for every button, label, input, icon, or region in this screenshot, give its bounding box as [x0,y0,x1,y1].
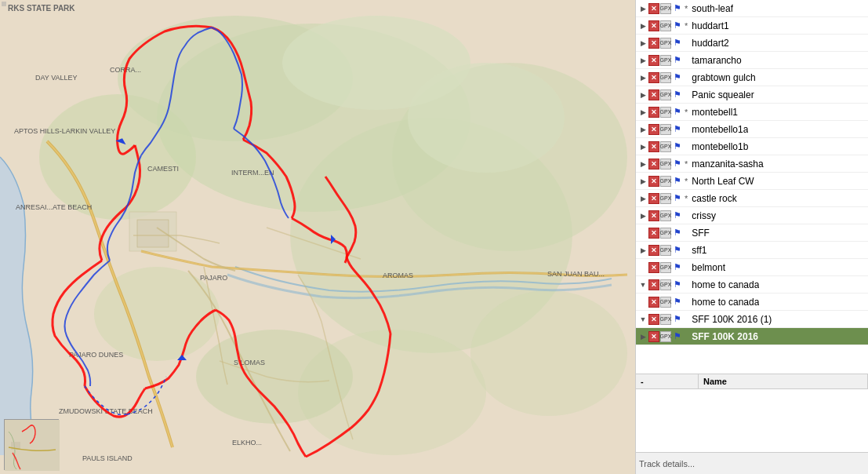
delete-icon[interactable]: ✕ [648,331,659,342]
delete-icon[interactable]: ✕ [648,124,659,135]
gpx-icon: GPX [660,193,671,204]
track-item[interactable]: ▶ ✕ GPX ⚑ * North Leaf CW [636,173,868,190]
delete-icon[interactable]: ✕ [648,245,659,256]
svg-text:CAMESTI: CAMESTI [147,165,179,173]
track-item[interactable]: ▶ ✕ GPX ⚑ * huddart2 [636,35,868,52]
expand-btn[interactable]: ▶ [637,55,648,66]
star-icon: * [685,21,688,31]
expand-btn[interactable]: ▶ [637,107,648,118]
expand-btn[interactable]: ▶ [637,3,648,14]
expand-btn[interactable]: ▶ [637,89,648,100]
track-item[interactable]: ▶ ✕ GPX ⚑ * home to canada [636,294,868,311]
map-container[interactable]: RKS STATE PARK DAY VALLEY CORRA... APTOS… [0,0,635,474]
expand-btn[interactable]: ▶ [637,210,648,221]
track-item[interactable]: ▼ ✕ GPX ⚑ * SFF 100K 2016 (1) [636,311,868,328]
track-item[interactable]: ▶ ✕ GPX ⚑ * montebello1b [636,138,868,155]
flag-icon: ⚑ [672,72,683,83]
track-item[interactable]: ▶ ✕ GPX ⚑ * montebell1 [636,104,868,121]
no-expand [637,262,648,273]
track-item[interactable]: ▶ ✕ GPX ⚑ * grabtown gulch [636,69,868,86]
expand-btn[interactable]: ▶ [637,38,648,49]
track-icons: ✕ GPX ⚑ [648,141,683,152]
svg-point-11 [408,63,565,173]
delete-icon[interactable]: ✕ [648,279,659,290]
delete-icon[interactable]: ✕ [648,228,659,239]
track-name: crissy [692,210,716,221]
expand-btn[interactable]: ▶ [637,124,648,135]
track-icons: ✕ GPX ⚑ [648,89,683,100]
track-name: south-leaf [692,3,733,14]
svg-point-6 [470,290,627,416]
delete-icon[interactable]: ✕ [648,314,659,325]
delete-icon[interactable]: ✕ [648,262,659,273]
delete-icon[interactable]: ✕ [648,159,659,170]
track-item[interactable]: ▶ ✕ GPX ⚑ * south-leaf [636,0,868,17]
track-icons: ✕ GPX ⚑ [648,314,683,325]
gpx-icon: GPX [660,279,671,290]
gpx-icon: GPX [660,55,671,66]
gpx-icon: GPX [660,228,671,239]
track-name: montebello1a [692,124,748,135]
svg-rect-32 [2,2,6,6]
expand-btn[interactable]: ▼ [637,279,648,290]
track-icons: ✕ GPX ⚑ [648,262,683,273]
track-name: montebell1 [692,107,738,118]
star-icon: * [685,177,688,186]
flag-icon: ⚑ [672,245,683,256]
flag-icon: ⚑ [672,297,683,308]
track-item[interactable]: ▶ ✕ GPX ⚑ * SFF 100K 2016 [636,328,868,345]
delete-icon[interactable]: ✕ [648,38,659,49]
track-item[interactable]: ▶ ✕ GPX ⚑ * tamarancho [636,52,868,69]
delete-icon[interactable]: ✕ [648,55,659,66]
track-list[interactable]: ▶ ✕ GPX ⚑ * south-leaf ▶ ✕ GPX ⚑ * hudda… [636,0,868,374]
delete-icon[interactable]: ✕ [648,297,659,308]
flag-icon: ⚑ [672,55,683,66]
flag-icon: ⚑ [672,3,683,14]
star-icon: * [685,108,688,117]
gpx-icon: GPX [660,159,671,170]
expand-btn[interactable]: ▶ [637,176,648,187]
delete-icon[interactable]: ✕ [648,20,659,31]
expand-btn[interactable]: ▶ [637,331,648,342]
track-item[interactable]: ✕ GPX ⚑ * belmont [636,259,868,276]
expand-btn[interactable]: ▶ [637,159,648,170]
properties-body [636,389,868,444]
track-item[interactable]: ✕ GPX ⚑ * SFF [636,224,868,242]
delete-icon[interactable]: ✕ [648,193,659,204]
flag-icon: ⚑ [672,20,683,31]
delete-icon[interactable]: ✕ [648,3,659,14]
delete-icon[interactable]: ✕ [648,176,659,187]
bottom-label: Track details... [639,459,695,469]
gpx-icon: GPX [660,331,671,342]
flag-icon: ⚑ [672,176,683,187]
minimap[interactable] [4,419,59,470]
bottom-bar: Track details... [636,452,868,474]
delete-icon[interactable]: ✕ [648,107,659,118]
expand-btn[interactable]: ▼ [637,314,648,325]
gpx-icon: GPX [660,20,671,31]
track-item[interactable]: ▶ ✕ GPX ⚑ * sff1 [636,242,868,259]
expand-btn[interactable]: ▶ [637,72,648,83]
track-item[interactable]: ▶ ✕ GPX ⚑ * Panic squealer [636,86,868,104]
track-item[interactable]: ▼ ✕ GPX ⚑ * home to canada [636,276,868,294]
track-item[interactable]: ▶ ✕ GPX ⚑ * castle rock [636,190,868,207]
track-item[interactable]: ▶ ✕ GPX ⚑ * manzanita-sasha [636,155,868,173]
gpx-icon: GPX [660,89,671,100]
track-item[interactable]: ▶ ✕ GPX ⚑ * crissy [636,207,868,224]
expand-btn[interactable]: ▶ [637,141,648,152]
delete-icon[interactable]: ✕ [648,72,659,83]
expand-btn[interactable]: ▶ [637,245,648,256]
gpx-icon: GPX [660,245,671,256]
flag-icon: ⚑ [672,38,683,49]
delete-icon[interactable]: ✕ [648,141,659,152]
track-item[interactable]: ▶ ✕ GPX ⚑ * huddart1 [636,17,868,35]
star-icon: * [685,4,688,13]
delete-icon[interactable]: ✕ [648,89,659,100]
gpx-icon: GPX [660,297,671,308]
expand-btn[interactable]: ▶ [637,20,648,31]
track-item[interactable]: ▶ ✕ GPX ⚑ * montebello1a [636,121,868,138]
delete-icon[interactable]: ✕ [648,210,659,221]
expand-btn[interactable]: ▶ [637,193,648,204]
gpx-icon: GPX [660,3,671,14]
flag-icon: ⚑ [672,279,683,290]
